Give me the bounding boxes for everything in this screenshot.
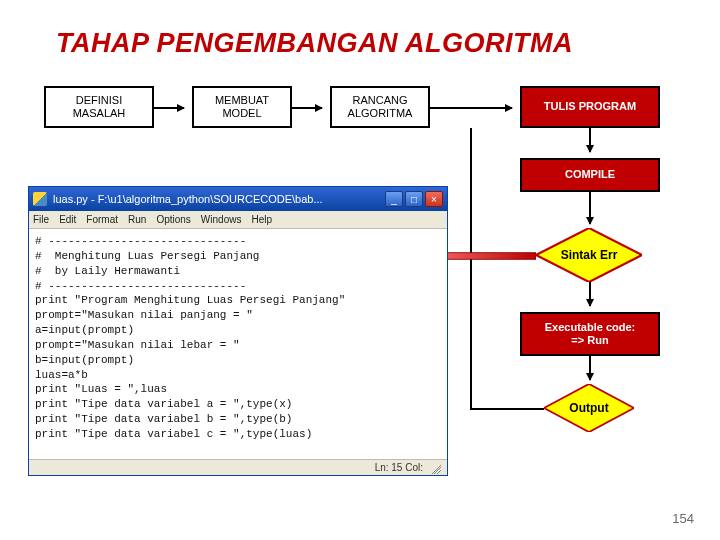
step-executable: Executable code:=> Run xyxy=(520,312,660,356)
arrow-2 xyxy=(292,107,322,109)
step-definisi: DEFINISIMASALAH xyxy=(44,86,154,128)
arrow-compile-sintak xyxy=(589,192,591,224)
menu-file[interactable]: File xyxy=(33,214,49,225)
menu-edit[interactable]: Edit xyxy=(59,214,76,225)
step-tulis-program: TULIS PROGRAM xyxy=(520,86,660,128)
page-number: 154 xyxy=(672,511,694,526)
editor-statusbar: Ln: 15 Col: xyxy=(29,459,447,475)
close-button[interactable]: × xyxy=(425,191,443,207)
arrow-exec-output xyxy=(589,356,591,380)
maximize-button[interactable]: □ xyxy=(405,191,423,207)
python-icon xyxy=(33,192,47,206)
editor-window: luas.py - F:\u1\algoritma_python\SOURCEC… xyxy=(28,186,448,476)
editor-titlebar[interactable]: luas.py - F:\u1\algoritma_python\SOURCEC… xyxy=(29,187,447,211)
step-membuat-model: MEMBUATMODEL xyxy=(192,86,292,128)
menu-options[interactable]: Options xyxy=(156,214,190,225)
decision-output-label: Output xyxy=(544,384,634,432)
arrow-sintak-exec xyxy=(589,282,591,306)
status-text: Ln: 15 Col: xyxy=(375,462,423,473)
window-buttons: _ □ × xyxy=(385,191,443,207)
arrow-3 xyxy=(430,107,512,109)
decision-sintak-err: Sintak Err xyxy=(536,228,642,282)
page-title: TAHAP PENGEMBANGAN ALGORITMA xyxy=(56,28,573,59)
decision-output: Output xyxy=(544,384,634,432)
menu-help[interactable]: Help xyxy=(251,214,272,225)
editor-title-text: luas.py - F:\u1\algoritma_python\SOURCEC… xyxy=(53,193,379,205)
code-area[interactable]: # ------------------------------ # Mengh… xyxy=(29,229,447,459)
menu-run[interactable]: Run xyxy=(128,214,146,225)
menu-windows[interactable]: Windows xyxy=(201,214,242,225)
minimize-button[interactable]: _ xyxy=(385,191,403,207)
decision-sintak-label: Sintak Err xyxy=(536,228,642,282)
resize-grip-icon[interactable] xyxy=(429,462,441,474)
line-back-vertical xyxy=(470,128,472,408)
step-compile: COMPILE xyxy=(520,158,660,192)
line-back-bottom xyxy=(470,408,544,410)
editor-menubar: File Edit Format Run Options Windows Hel… xyxy=(29,211,447,229)
menu-format[interactable]: Format xyxy=(86,214,118,225)
arrow-tulis-compile xyxy=(589,128,591,152)
arrow-1 xyxy=(154,107,184,109)
step-rancang-algoritma: RANCANGALGORITMA xyxy=(330,86,430,128)
